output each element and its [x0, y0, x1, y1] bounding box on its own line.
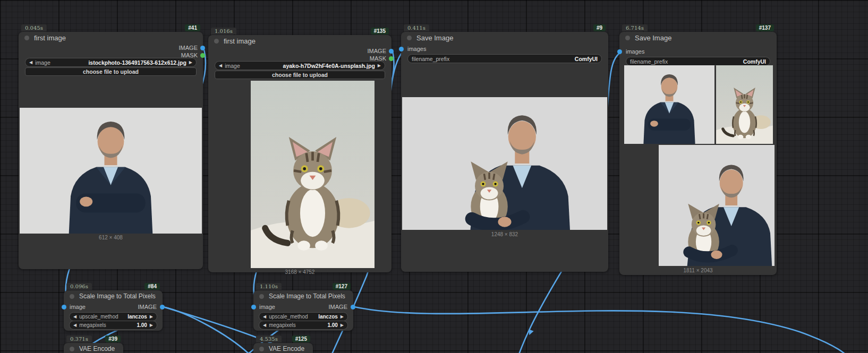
node-title-bar[interactable]: Scale Image to Total Pixels [64, 290, 163, 302]
execution-time-badge: 6.714s [622, 24, 648, 31]
execution-time-badge: 0.411s [404, 24, 429, 31]
node-scale-image-84[interactable]: 0.096s #84 Scale Image to Total Pixels i… [64, 290, 163, 331]
input-label-images: images [407, 46, 426, 52]
image-combo-widget[interactable]: ◀ image ayako-h7Dw2hF4e0A-unsplash.jpg ▶ [215, 61, 385, 70]
upscale-method-widget[interactable]: ◀ upscale_method lanczos ▶ [69, 312, 157, 321]
node-load-image-135[interactable]: 1.016s #135 first image IMAGE MASK ◀ ima… [208, 35, 392, 272]
node-title-bar[interactable]: VAE Encode [253, 343, 313, 353]
collapse-dot-icon[interactable] [70, 347, 74, 351]
prev-value-icon[interactable]: ◀ [219, 63, 222, 68]
node-id-badge: #137 [756, 24, 774, 31]
widget-label: upscale_method [79, 314, 118, 320]
image-dimensions-caption: 612 × 408 [19, 235, 203, 240]
node-load-image-41[interactable]: 0.045s #41 first image IMAGE MASK ◀ imag… [19, 32, 203, 269]
widget-label: image [35, 59, 50, 66]
node-id-badge: #135 [371, 28, 389, 35]
widget-label: upscale_method [269, 314, 308, 320]
preview-image-man-holding-cat [402, 97, 607, 230]
increment-icon[interactable]: ▶ [341, 323, 344, 328]
input-label-image: image [259, 304, 275, 310]
node-id-badge: #39 [105, 335, 121, 342]
next-value-icon[interactable]: ▶ [150, 314, 153, 319]
widget-value: istockphoto-1364917563-612x612.jpg [88, 59, 186, 66]
node-vae-encode-39[interactable]: 0.371s #39 VAE Encode [64, 343, 123, 353]
node-title-bar[interactable]: first image [208, 35, 392, 47]
node-save-image-137[interactable]: 6.714s #137 Save Image images filename_p… [619, 32, 777, 275]
image-input-port[interactable] [62, 305, 66, 309]
choose-file-button[interactable]: choose file to upload [215, 71, 385, 79]
collapse-dot-icon[interactable] [24, 36, 29, 40]
image-output-port[interactable] [160, 305, 165, 309]
node-title: Scale Image to Total Pixels [79, 292, 156, 300]
choose-file-label: choose file to upload [83, 68, 139, 75]
upscale-method-widget[interactable]: ◀ upscale_method lanczos ▶ [259, 312, 348, 321]
node-title: VAE Encode [79, 345, 115, 352]
node-title-bar[interactable]: first image [19, 32, 203, 44]
widget-label: filename_prefix [412, 56, 449, 62]
choose-file-button[interactable]: choose file to upload [25, 67, 197, 76]
collapse-dot-icon[interactable] [70, 294, 74, 299]
megapixels-widget[interactable]: ◀ megapixels 1.00 ▶ [69, 321, 157, 330]
link-scale1-out-a [163, 307, 250, 353]
node-vae-encode-125[interactable]: 4.535s #125 VAE Encode [253, 343, 313, 353]
image-combo-widget[interactable]: ◀ image istockphoto-1364917563-612x612.j… [25, 58, 197, 67]
execution-time-badge: 0.096s [66, 283, 92, 290]
widget-label: image [225, 63, 240, 69]
node-id-badge: #84 [144, 283, 160, 290]
node-title-bar[interactable]: VAE Encode [64, 343, 123, 353]
widget-label: megapixels [269, 322, 296, 328]
output-label-image: IMAGE [138, 304, 157, 310]
widget-label: filename_prefix [630, 58, 668, 65]
image-dimensions-caption: 1248 × 832 [401, 231, 608, 237]
preview-image-cat [251, 81, 375, 268]
prev-value-icon[interactable]: ◀ [73, 314, 76, 319]
widget-value: ayako-h7Dw2hF4e0A-unsplash.jpg [283, 63, 375, 69]
prev-value-icon[interactable]: ◀ [263, 314, 266, 319]
image-output-port[interactable] [351, 305, 355, 309]
execution-time-badge: 0.045s [21, 24, 47, 31]
execution-time-badge: 0.371s [66, 335, 92, 342]
node-scale-image-127[interactable]: 1.110s #127 Scale Image to Total Pixels … [253, 290, 353, 331]
node-id-badge: #125 [292, 335, 310, 342]
execution-time-badge: 1.110s [256, 283, 282, 290]
collapse-dot-icon[interactable] [625, 36, 630, 40]
image-output-port[interactable] [389, 49, 394, 54]
filename-prefix-widget[interactable]: filename_prefix ComfyUI [626, 57, 770, 66]
node-title-bar[interactable]: Scale Image to Total Pixels [253, 290, 353, 302]
prev-value-icon[interactable]: ◀ [29, 60, 32, 65]
mask-output-port[interactable] [200, 53, 205, 58]
image-output-port[interactable] [200, 46, 205, 50]
next-value-icon[interactable]: ▶ [378, 63, 381, 68]
images-input-port[interactable] [399, 47, 404, 51]
decrement-icon[interactable]: ◀ [263, 323, 266, 328]
next-value-icon[interactable]: ▶ [341, 314, 344, 319]
widget-value: ComfyUI [743, 58, 766, 65]
node-save-image-9[interactable]: 0.411s #9 Save Image images filename_pre… [401, 32, 608, 272]
node-title: Save Image [416, 34, 453, 42]
execution-time-badge: 4.535s [256, 335, 282, 342]
node-title-bar[interactable]: Save Image [619, 32, 777, 44]
output-label-image: IMAGE [368, 48, 386, 54]
megapixels-widget[interactable]: ◀ megapixels 1.00 ▶ [259, 321, 348, 330]
preview-batch-man-holding-cat [659, 145, 775, 266]
collapse-dot-icon[interactable] [259, 294, 264, 299]
comfyui-workflow-canvas[interactable]: { "nodes": { "load1": {"time":"0.045s","… [0, 0, 868, 353]
widget-value: 1.00 [327, 322, 337, 328]
mask-output-port[interactable] [389, 56, 394, 61]
collapse-dot-icon[interactable] [214, 39, 219, 44]
image-input-port[interactable] [251, 305, 256, 309]
widget-label: megapixels [79, 322, 106, 328]
input-label-image: image [70, 304, 86, 310]
next-value-icon[interactable]: ▶ [189, 60, 192, 65]
preview-batch-cat [716, 65, 773, 144]
decrement-icon[interactable]: ◀ [73, 323, 76, 328]
collapse-dot-icon[interactable] [407, 36, 412, 40]
images-input-port[interactable] [617, 49, 622, 54]
node-id-badge: #9 [593, 24, 606, 31]
collapse-dot-icon[interactable] [259, 347, 264, 351]
filename-prefix-widget[interactable]: filename_prefix ComfyUI [407, 54, 602, 63]
node-title: VAE Encode [269, 345, 304, 352]
increment-icon[interactable]: ▶ [150, 323, 153, 328]
node-title: first image [34, 34, 66, 42]
node-title-bar[interactable]: Save Image [401, 32, 608, 44]
